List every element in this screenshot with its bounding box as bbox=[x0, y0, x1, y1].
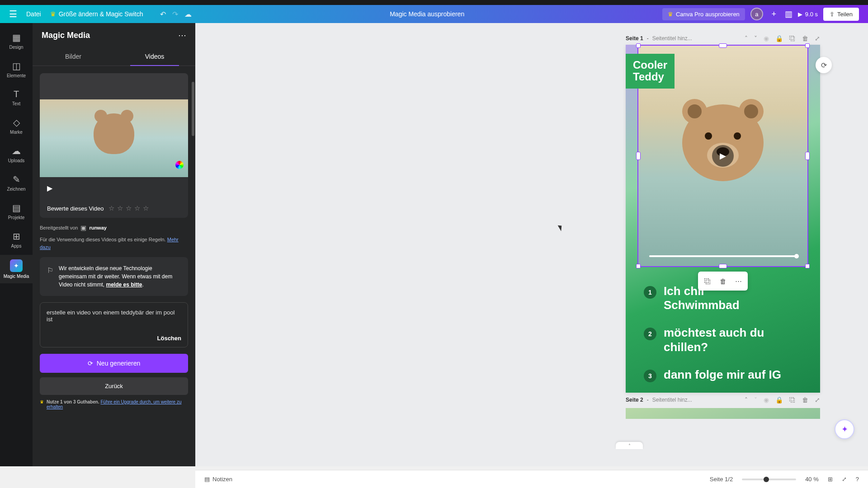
resize-handle[interactable] bbox=[805, 264, 810, 268]
chevron-down-icon[interactable]: ˅ bbox=[754, 396, 757, 404]
rail-magic-media[interactable]: ✦Magic Media bbox=[0, 255, 33, 283]
list-item[interactable]: 2möchtest auch du chillen? bbox=[644, 326, 807, 354]
rail-elements[interactable]: ◫Elemente bbox=[0, 56, 33, 83]
visibility-icon[interactable]: ◉ bbox=[764, 35, 769, 42]
play-duration[interactable]: ▶ 9.0 s bbox=[798, 11, 818, 18]
page-1-header: Seite 1- Seitentitel hinz... ˄ ˅ ◉ 🔒 ⿻ 🗑… bbox=[626, 32, 820, 45]
resize-handle[interactable] bbox=[719, 264, 727, 268]
chevron-up-icon[interactable]: ˄ bbox=[745, 396, 748, 404]
zoom-value[interactable]: 40 % bbox=[805, 476, 819, 483]
clear-prompt-button[interactable]: Löschen bbox=[157, 335, 181, 342]
feedback-info-box: ⚐ Wir entwickeln diese neue Technologie … bbox=[40, 257, 188, 296]
timeline-expand-icon[interactable]: ˄ bbox=[616, 442, 643, 449]
expand-page-icon[interactable]: ⤢ bbox=[815, 396, 820, 404]
video-thumbnail[interactable] bbox=[40, 73, 188, 177]
back-button[interactable]: Zurück bbox=[40, 377, 188, 395]
floating-context-toolbar: ⿻ 🗑 ⋯ bbox=[698, 272, 748, 291]
analytics-icon[interactable]: ▥ bbox=[785, 9, 793, 19]
redo-icon[interactable]: ↷ bbox=[172, 10, 178, 19]
app-header: ☰ Datei Größe ändern & Magic Switch ↶ ↷ … bbox=[0, 5, 868, 23]
canvas-area[interactable]: Video bearbeiten ✂4.0s Wiedergabe Zuschn… bbox=[195, 23, 868, 466]
prompt-input[interactable]: erstelle ein video von einem teddybär de… bbox=[40, 302, 188, 347]
rail-apps[interactable]: ⊞Apps bbox=[0, 226, 33, 253]
expand-page-icon[interactable]: ⤢ bbox=[815, 35, 820, 42]
magic-media-panel: Magic Media ⋯ Bilder Videos ▶ Bewerte di… bbox=[33, 23, 195, 466]
design-title-text[interactable]: Cooler Teddy bbox=[626, 54, 675, 89]
design-page-1[interactable]: ▶ Cooler Teddy 1Ich chilSch bbox=[626, 45, 820, 393]
delete-page-icon[interactable]: 🗑 bbox=[802, 396, 808, 404]
share-button[interactable]: ⇧ Teilen bbox=[823, 8, 859, 21]
rating-stars[interactable]: ☆☆☆☆☆ bbox=[108, 204, 149, 212]
elements-icon: ◫ bbox=[12, 61, 21, 71]
fullscreen-icon[interactable]: ⤢ bbox=[842, 476, 847, 483]
duplicate-page-icon[interactable]: ⿻ bbox=[789, 35, 796, 42]
chevron-up-icon[interactable]: ˄ bbox=[745, 35, 748, 42]
resize-handle[interactable] bbox=[719, 43, 727, 48]
user-avatar[interactable]: a bbox=[750, 8, 763, 20]
resize-handle[interactable] bbox=[636, 43, 641, 48]
chevron-down-icon[interactable]: ˅ bbox=[754, 35, 757, 42]
resize-menu[interactable]: Größe ändern & Magic Switch bbox=[50, 10, 143, 18]
tab-videos[interactable]: Videos bbox=[114, 47, 195, 66]
grid-view-icon[interactable]: ⊞ bbox=[828, 476, 833, 483]
lock-page-icon[interactable]: 🔒 bbox=[775, 35, 783, 42]
page-indicator[interactable]: Seite 1/2 bbox=[710, 476, 733, 483]
assistant-fab-icon[interactable]: ✦ bbox=[835, 419, 854, 439]
report-link[interactable]: melde es bitte bbox=[106, 282, 142, 288]
flag-icon: ⚐ bbox=[47, 265, 53, 289]
panel-more-icon[interactable]: ⋯ bbox=[178, 30, 186, 40]
zoom-slider[interactable] bbox=[742, 479, 796, 480]
rail-projects[interactable]: ▤Projekte bbox=[0, 198, 33, 225]
scrollbar[interactable] bbox=[192, 82, 194, 136]
resize-handle[interactable] bbox=[636, 152, 641, 160]
notes-button[interactable]: ▤ Notizen bbox=[204, 476, 232, 483]
generate-button[interactable]: ⟳Neu generieren bbox=[40, 354, 188, 373]
visibility-icon[interactable]: ◉ bbox=[764, 396, 769, 404]
design-icon: ▦ bbox=[12, 32, 21, 43]
footer-bar: ▤ Notizen Seite 1/2 40 % ⊞ ⤢ ? bbox=[195, 470, 868, 488]
rail-uploads[interactable]: ☁Uploads bbox=[0, 141, 33, 168]
apps-icon: ⊞ bbox=[13, 231, 20, 242]
regenerate-badge-icon[interactable]: ⟳ bbox=[816, 57, 832, 73]
undo-icon[interactable]: ↶ bbox=[160, 10, 166, 19]
page-title-input[interactable]: Seitentitel hinz... bbox=[652, 397, 692, 403]
help-icon[interactable]: ? bbox=[856, 476, 859, 483]
play-icon[interactable]: ▶ bbox=[47, 184, 52, 192]
rail-design[interactable]: ▦Design bbox=[0, 28, 33, 54]
delete-page-icon[interactable]: 🗑 bbox=[802, 35, 808, 42]
usage-rules-text: Für die Verwendung dieses Videos gibt es… bbox=[40, 236, 188, 251]
cloud-sync-icon[interactable]: ☁ bbox=[184, 10, 192, 19]
duplicate-page-icon[interactable]: ⿻ bbox=[789, 396, 796, 404]
resize-handle[interactable] bbox=[805, 43, 810, 48]
more-icon[interactable]: ⋯ bbox=[731, 274, 745, 288]
refresh-icon: ⟳ bbox=[88, 360, 93, 367]
projects-icon: ▤ bbox=[12, 202, 21, 213]
list-item[interactable]: 3dann folge mir auf IG bbox=[644, 368, 807, 382]
crown-icon bbox=[50, 10, 56, 18]
duplicate-icon[interactable]: ⿻ bbox=[701, 274, 714, 288]
crown-icon bbox=[668, 11, 673, 18]
try-pro-button[interactable]: Canva Pro ausprobieren bbox=[662, 8, 745, 20]
cursor-icon bbox=[559, 224, 566, 233]
delete-icon[interactable]: 🗑 bbox=[716, 274, 730, 288]
left-rail: ▦Design ◫Elemente TText ◇Marke ☁Uploads … bbox=[0, 23, 33, 466]
text-icon: T bbox=[14, 89, 19, 99]
document-title[interactable]: Magic Media ausprobieren bbox=[390, 10, 464, 18]
lock-page-icon[interactable]: 🔒 bbox=[775, 396, 783, 404]
resize-handle[interactable] bbox=[636, 264, 641, 268]
provider-attribution: Bereitgestellt von ▣ runway bbox=[40, 224, 188, 231]
add-member-icon[interactable]: + bbox=[769, 9, 779, 19]
tab-images[interactable]: Bilder bbox=[33, 47, 114, 66]
menu-icon[interactable]: ☰ bbox=[9, 9, 17, 19]
rail-text[interactable]: TText bbox=[0, 84, 33, 111]
panel-title: Magic Media bbox=[42, 31, 90, 40]
page-title-input[interactable]: Seitentitel hinz... bbox=[652, 35, 692, 42]
credits-info: ♛ Nutze 1 von 3 Guthaben. Führe ein Upgr… bbox=[40, 399, 188, 409]
design-page-2[interactable] bbox=[626, 408, 820, 419]
file-menu[interactable]: Datei bbox=[26, 10, 41, 18]
rail-draw[interactable]: ✎Zeichnen bbox=[0, 169, 33, 196]
magic-media-icon: ✦ bbox=[10, 259, 23, 272]
rail-brand[interactable]: ◇Marke bbox=[0, 113, 33, 139]
uploads-icon: ☁ bbox=[12, 145, 21, 156]
resize-handle[interactable] bbox=[805, 152, 810, 160]
